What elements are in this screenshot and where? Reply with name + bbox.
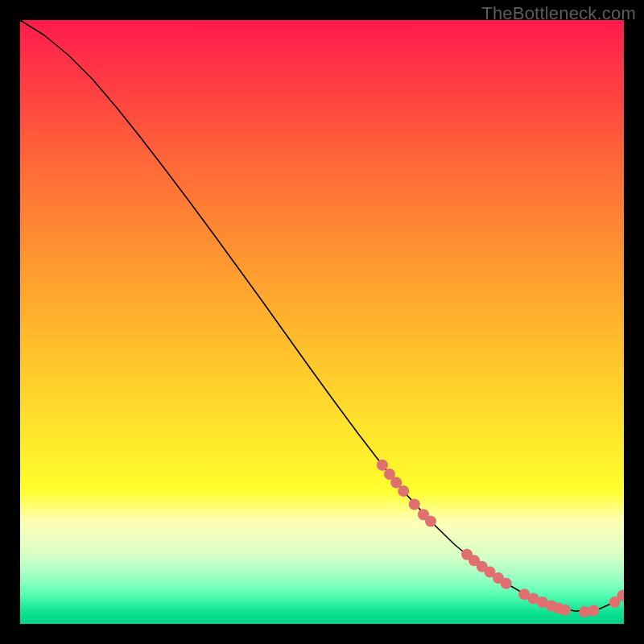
data-marker <box>588 605 600 617</box>
data-marker <box>501 578 512 589</box>
chart-overlay <box>20 20 624 624</box>
data-markers <box>377 460 624 617</box>
data-marker <box>559 605 571 616</box>
data-marker <box>398 485 409 497</box>
watermark-text: TheBottleneck.com <box>481 3 636 24</box>
chart-frame: TheBottleneck.com <box>0 0 644 644</box>
data-marker <box>377 460 388 471</box>
data-marker <box>409 499 420 510</box>
plot-area <box>20 20 624 624</box>
curve-line <box>20 20 624 611</box>
data-marker <box>425 516 436 527</box>
